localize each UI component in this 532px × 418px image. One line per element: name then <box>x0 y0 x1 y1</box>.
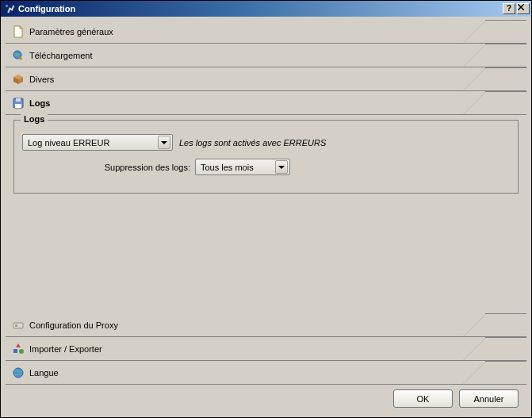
tab-label: Langue <box>29 368 59 378</box>
tab-language[interactable]: Langue <box>6 361 526 385</box>
chevron-down-icon <box>158 136 170 149</box>
tab-logs[interactable]: Logs <box>6 91 526 115</box>
logs-panel: Logs Log niveau ERREUR Les logs sont act… <box>6 115 526 219</box>
svg-point-0 <box>6 5 9 8</box>
log-status-hint: Les logs sont activés avec ERREURS <box>179 138 326 148</box>
tab-import-export[interactable]: Importer / Exporter <box>6 337 526 361</box>
tab-label: Configuration du Proxy <box>29 320 118 330</box>
globe-download-icon <box>12 49 25 62</box>
cancel-button[interactable]: Annuler <box>459 389 519 408</box>
svg-rect-4 <box>15 104 21 108</box>
combo-value: Log niveau ERREUR <box>28 138 109 148</box>
config-icon <box>4 3 15 14</box>
disk-icon <box>12 97 25 109</box>
chevron-down-icon <box>275 160 288 174</box>
ok-button[interactable]: OK <box>393 389 453 408</box>
groupbox-title: Logs <box>21 114 48 124</box>
svg-rect-3 <box>16 98 21 102</box>
tab-label: Logs <box>29 98 50 108</box>
help-button[interactable]: ? <box>503 3 515 14</box>
svg-rect-7 <box>13 349 17 353</box>
close-button[interactable] <box>517 3 530 14</box>
document-icon <box>12 25 25 38</box>
log-purge-combo[interactable]: Tous les mois <box>195 159 290 175</box>
combo-value: Tous les mois <box>201 163 254 172</box>
proxy-icon <box>12 319 25 332</box>
purge-label: Suppression des logs: <box>22 163 195 172</box>
window-title: Configuration <box>18 4 501 13</box>
tab-misc[interactable]: Divers <box>6 67 526 91</box>
tab-label: Importer / Exporter <box>29 344 102 354</box>
log-level-combo[interactable]: Log niveau ERREUR <box>22 134 173 151</box>
tab-label: Divers <box>29 75 54 84</box>
logs-groupbox: Logs Log niveau ERREUR Les logs sont act… <box>13 120 519 194</box>
tab-label: Paramètres généraux <box>29 27 113 36</box>
svg-point-8 <box>19 349 24 354</box>
svg-point-9 <box>13 368 23 378</box>
globe-icon <box>12 366 25 379</box>
svg-rect-5 <box>13 323 23 328</box>
titlebar: Configuration ? <box>1 1 531 17</box>
shapes-icon <box>12 343 25 355</box>
tab-proxy[interactable]: Configuration du Proxy <box>6 313 526 337</box>
tab-general[interactable]: Paramètres généraux <box>6 20 526 44</box>
tab-download[interactable]: Téléchargement <box>6 44 526 67</box>
box-icon <box>12 73 25 86</box>
svg-rect-6 <box>15 324 17 327</box>
tab-label: Téléchargement <box>29 51 93 60</box>
